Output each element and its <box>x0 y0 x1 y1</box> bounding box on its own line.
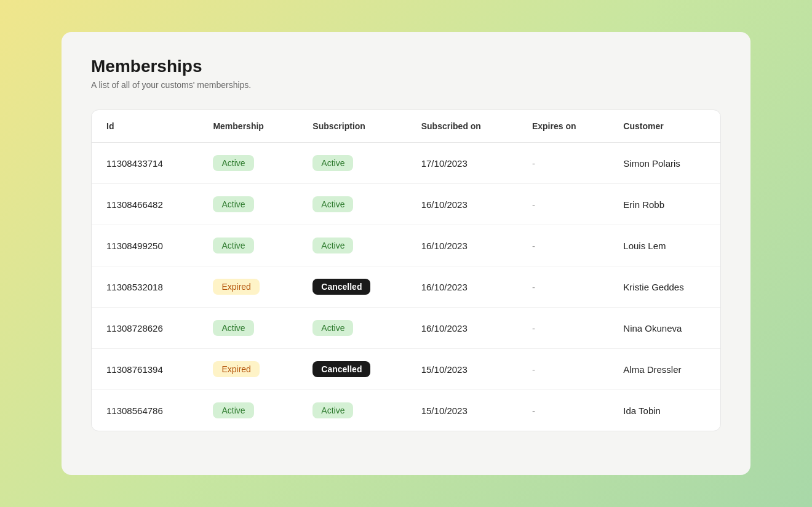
cell-subscription: Active <box>298 143 406 184</box>
table-row: 11308532018 Expired Cancelled 16/10/2023… <box>92 266 720 308</box>
cell-id: 11308532018 <box>92 266 198 308</box>
cell-customer: Simon Polaris <box>608 143 720 184</box>
cell-subscribed-on: 16/10/2023 <box>407 225 517 266</box>
col-membership: Membership <box>198 110 298 143</box>
page-subtitle: A list of all of your customs' membershi… <box>91 80 721 90</box>
memberships-table: Id Membership Subscription Subscribed on… <box>92 110 720 431</box>
cell-customer: Alma Dressler <box>608 349 720 390</box>
cell-expires-on: - <box>517 225 608 266</box>
col-subscription: Subscription <box>298 110 406 143</box>
page-title: Memberships <box>91 57 721 76</box>
cell-membership: Active <box>198 225 298 266</box>
col-customer: Customer <box>608 110 720 143</box>
cell-membership: Expired <box>198 349 298 390</box>
cell-subscribed-on: 16/10/2023 <box>407 184 517 225</box>
subscription-badge: Active <box>312 402 353 418</box>
cell-id: 11308433714 <box>92 143 198 184</box>
cell-membership: Active <box>198 184 298 225</box>
cell-customer: Erin Robb <box>608 184 720 225</box>
cell-subscribed-on: 15/10/2023 <box>407 349 517 390</box>
membership-badge: Active <box>213 320 253 336</box>
cell-expires-on: - <box>517 349 608 390</box>
table-row: 11308728626 Active Active 16/10/2023 - N… <box>92 308 720 349</box>
cell-id: 11308728626 <box>92 308 198 349</box>
cell-membership: Active <box>198 143 298 184</box>
table-row: 11308433714 Active Active 17/10/2023 - S… <box>92 143 720 184</box>
col-subscribed-on: Subscribed on <box>407 110 517 143</box>
cell-subscription: Active <box>298 225 406 266</box>
table-row: 11308466482 Active Active 16/10/2023 - E… <box>92 184 720 225</box>
col-id: Id <box>92 110 198 143</box>
cell-membership: Expired <box>198 266 298 308</box>
membership-badge: Active <box>213 402 253 418</box>
cell-subscribed-on: 16/10/2023 <box>407 266 517 308</box>
cell-id: 11308499250 <box>92 225 198 266</box>
cell-subscribed-on: 15/10/2023 <box>407 390 517 431</box>
subscription-badge: Active <box>312 196 353 212</box>
memberships-card: Memberships A list of all of your custom… <box>62 32 750 475</box>
membership-badge: Expired <box>213 361 259 377</box>
cell-subscription: Active <box>298 390 406 431</box>
cell-subscription: Active <box>298 184 406 225</box>
cell-subscribed-on: 16/10/2023 <box>407 308 517 349</box>
cell-subscription: Cancelled <box>298 349 406 390</box>
membership-badge: Active <box>213 155 253 171</box>
cell-id: 11308466482 <box>92 184 198 225</box>
cell-subscription: Active <box>298 308 406 349</box>
cell-expires-on: - <box>517 308 608 349</box>
table-row: 11308564786 Active Active 15/10/2023 - I… <box>92 390 720 431</box>
cell-subscribed-on: 17/10/2023 <box>407 143 517 184</box>
cell-id: 11308564786 <box>92 390 198 431</box>
cell-customer: Kristie Geddes <box>608 266 720 308</box>
table-row: 11308499250 Active Active 16/10/2023 - L… <box>92 225 720 266</box>
cell-customer: Louis Lem <box>608 225 720 266</box>
table-row: 11308761394 Expired Cancelled 15/10/2023… <box>92 349 720 390</box>
cell-expires-on: - <box>517 266 608 308</box>
table-header-row: Id Membership Subscription Subscribed on… <box>92 110 720 143</box>
cell-membership: Active <box>198 308 298 349</box>
subscription-badge: Cancelled <box>312 279 370 295</box>
cell-subscription: Cancelled <box>298 266 406 308</box>
cell-expires-on: - <box>517 184 608 225</box>
subscription-badge: Active <box>312 155 353 171</box>
memberships-table-container: Id Membership Subscription Subscribed on… <box>91 110 721 431</box>
cell-customer: Ida Tobin <box>608 390 720 431</box>
col-expires-on: Expires on <box>517 110 608 143</box>
membership-badge: Active <box>213 238 253 254</box>
membership-badge: Expired <box>213 279 259 295</box>
cell-membership: Active <box>198 390 298 431</box>
membership-badge: Active <box>213 196 253 212</box>
cell-customer: Nina Okuneva <box>608 308 720 349</box>
subscription-badge: Active <box>312 238 353 254</box>
cell-id: 11308761394 <box>92 349 198 390</box>
subscription-badge: Active <box>312 320 353 336</box>
subscription-badge: Cancelled <box>312 361 370 377</box>
cell-expires-on: - <box>517 143 608 184</box>
cell-expires-on: - <box>517 390 608 431</box>
